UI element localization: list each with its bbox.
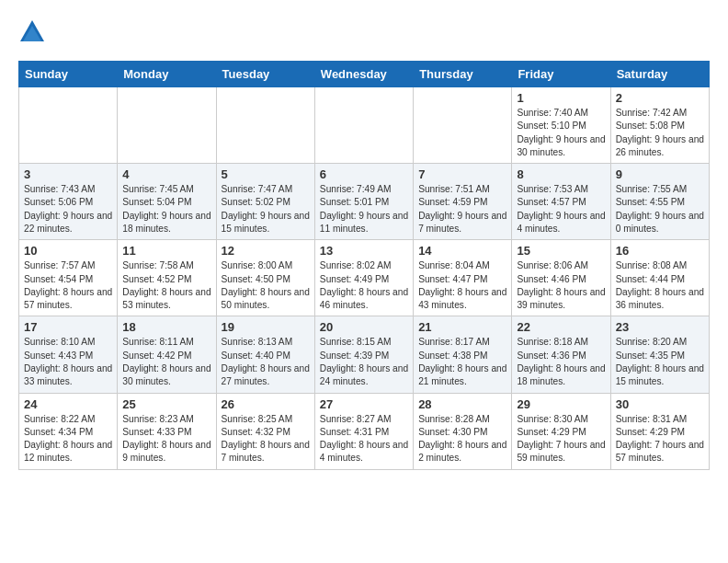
calendar-cell: 17Sunrise: 8:10 AM Sunset: 4:43 PM Dayli…: [19, 316, 118, 393]
day-number: 19: [222, 320, 310, 334]
calendar-cell: 2Sunrise: 7:42 AM Sunset: 5:08 PM Daylig…: [610, 87, 709, 164]
calendar-cell: 7Sunrise: 7:51 AM Sunset: 4:59 PM Daylig…: [414, 164, 512, 240]
day-number: 23: [616, 320, 704, 334]
day-number: 12: [222, 244, 310, 258]
day-info: Sunrise: 8:27 AM Sunset: 4:31 PM Dayligh…: [320, 413, 408, 465]
calendar-cell: 23Sunrise: 8:20 AM Sunset: 4:35 PM Dayli…: [610, 316, 709, 393]
day-info: Sunrise: 7:40 AM Sunset: 5:10 PM Dayligh…: [517, 107, 605, 159]
week-row-5: 24Sunrise: 8:22 AM Sunset: 4:34 PM Dayli…: [19, 393, 710, 469]
day-number: 8: [517, 167, 605, 181]
day-number: 16: [616, 244, 704, 258]
day-info: Sunrise: 8:04 AM Sunset: 4:47 PM Dayligh…: [418, 259, 506, 312]
calendar-cell: [216, 87, 314, 164]
calendar-cell: 6Sunrise: 7:49 AM Sunset: 5:01 PM Daylig…: [314, 164, 413, 240]
calendar-cell: 22Sunrise: 8:18 AM Sunset: 4:36 PM Dayli…: [512, 316, 610, 393]
calendar-cell: 1Sunrise: 7:40 AM Sunset: 5:10 PM Daylig…: [512, 87, 610, 164]
calendar-cell: 12Sunrise: 8:00 AM Sunset: 4:50 PM Dayli…: [216, 240, 314, 316]
calendar-cell: 29Sunrise: 8:30 AM Sunset: 4:29 PM Dayli…: [512, 393, 610, 469]
day-info: Sunrise: 8:23 AM Sunset: 4:33 PM Dayligh…: [122, 413, 210, 465]
calendar-cell: 26Sunrise: 8:25 AM Sunset: 4:32 PM Dayli…: [216, 393, 314, 469]
day-info: Sunrise: 7:55 AM Sunset: 4:55 PM Dayligh…: [616, 183, 704, 236]
day-number: 14: [418, 244, 506, 258]
day-info: Sunrise: 8:10 AM Sunset: 4:43 PM Dayligh…: [24, 336, 112, 388]
day-number: 21: [418, 320, 506, 334]
day-info: Sunrise: 8:13 AM Sunset: 4:40 PM Dayligh…: [222, 336, 310, 388]
day-info: Sunrise: 8:00 AM Sunset: 4:50 PM Dayligh…: [222, 259, 310, 312]
day-info: Sunrise: 8:06 AM Sunset: 4:46 PM Dayligh…: [517, 259, 605, 312]
page-header: [18, 18, 710, 46]
day-number: 10: [24, 244, 112, 258]
day-number: 2: [616, 91, 704, 105]
calendar-cell: 3Sunrise: 7:43 AM Sunset: 5:06 PM Daylig…: [19, 164, 118, 240]
calendar-cell: 4Sunrise: 7:45 AM Sunset: 5:04 PM Daylig…: [118, 164, 216, 240]
calendar-cell: 16Sunrise: 8:08 AM Sunset: 4:44 PM Dayli…: [610, 240, 709, 316]
day-number: 26: [222, 397, 310, 411]
calendar-cell: 19Sunrise: 8:13 AM Sunset: 4:40 PM Dayli…: [216, 316, 314, 393]
week-row-3: 10Sunrise: 7:57 AM Sunset: 4:54 PM Dayli…: [19, 240, 710, 316]
calendar-cell: [118, 87, 216, 164]
calendar-cell: 5Sunrise: 7:47 AM Sunset: 5:02 PM Daylig…: [216, 164, 314, 240]
day-info: Sunrise: 7:53 AM Sunset: 4:57 PM Dayligh…: [517, 183, 605, 236]
day-info: Sunrise: 7:43 AM Sunset: 5:06 PM Dayligh…: [24, 183, 112, 236]
calendar-cell: 14Sunrise: 8:04 AM Sunset: 4:47 PM Dayli…: [414, 240, 512, 316]
calendar-cell: 13Sunrise: 8:02 AM Sunset: 4:49 PM Dayli…: [314, 240, 413, 316]
day-number: 27: [320, 397, 408, 411]
day-info: Sunrise: 8:22 AM Sunset: 4:34 PM Dayligh…: [24, 413, 112, 465]
day-info: Sunrise: 7:45 AM Sunset: 5:04 PM Dayligh…: [122, 183, 210, 236]
day-info: Sunrise: 8:31 AM Sunset: 4:29 PM Dayligh…: [616, 413, 704, 465]
day-info: Sunrise: 8:08 AM Sunset: 4:44 PM Dayligh…: [616, 259, 704, 312]
calendar-cell: 18Sunrise: 8:11 AM Sunset: 4:42 PM Dayli…: [118, 316, 216, 393]
day-number: 6: [320, 167, 408, 181]
calendar-cell: 11Sunrise: 7:58 AM Sunset: 4:52 PM Dayli…: [118, 240, 216, 316]
day-number: 13: [320, 244, 408, 258]
day-number: 18: [122, 320, 210, 334]
day-header-monday: Monday: [118, 62, 216, 87]
calendar-cell: 15Sunrise: 8:06 AM Sunset: 4:46 PM Dayli…: [512, 240, 610, 316]
day-header-friday: Friday: [512, 62, 610, 87]
week-row-4: 17Sunrise: 8:10 AM Sunset: 4:43 PM Dayli…: [19, 316, 710, 393]
day-number: 3: [24, 167, 112, 181]
day-info: Sunrise: 8:17 AM Sunset: 4:38 PM Dayligh…: [418, 336, 506, 388]
day-number: 28: [418, 397, 506, 411]
calendar-cell: 28Sunrise: 8:28 AM Sunset: 4:30 PM Dayli…: [414, 393, 512, 469]
calendar-cell: 30Sunrise: 8:31 AM Sunset: 4:29 PM Dayli…: [610, 393, 709, 469]
calendar-cell: 25Sunrise: 8:23 AM Sunset: 4:33 PM Dayli…: [118, 393, 216, 469]
day-number: 20: [320, 320, 408, 334]
day-number: 11: [122, 244, 210, 258]
day-info: Sunrise: 8:28 AM Sunset: 4:30 PM Dayligh…: [418, 413, 506, 465]
day-number: 24: [24, 397, 112, 411]
day-number: 4: [122, 167, 210, 181]
day-header-thursday: Thursday: [414, 62, 512, 87]
day-info: Sunrise: 7:57 AM Sunset: 4:54 PM Dayligh…: [24, 259, 112, 312]
calendar-cell: 21Sunrise: 8:17 AM Sunset: 4:38 PM Dayli…: [414, 316, 512, 393]
calendar-cell: 10Sunrise: 7:57 AM Sunset: 4:54 PM Dayli…: [19, 240, 118, 316]
day-header-wednesday: Wednesday: [314, 62, 413, 87]
day-info: Sunrise: 7:58 AM Sunset: 4:52 PM Dayligh…: [122, 259, 210, 312]
day-number: 30: [616, 397, 704, 411]
day-info: Sunrise: 8:11 AM Sunset: 4:42 PM Dayligh…: [122, 336, 210, 388]
day-number: 9: [616, 167, 704, 181]
day-info: Sunrise: 8:02 AM Sunset: 4:49 PM Dayligh…: [320, 259, 408, 312]
calendar-cell: 9Sunrise: 7:55 AM Sunset: 4:55 PM Daylig…: [610, 164, 709, 240]
day-info: Sunrise: 7:42 AM Sunset: 5:08 PM Dayligh…: [616, 107, 704, 159]
week-row-1: 1Sunrise: 7:40 AM Sunset: 5:10 PM Daylig…: [19, 87, 710, 164]
day-info: Sunrise: 8:18 AM Sunset: 4:36 PM Dayligh…: [517, 336, 605, 388]
day-info: Sunrise: 8:25 AM Sunset: 4:32 PM Dayligh…: [222, 413, 310, 465]
day-number: 29: [517, 397, 605, 411]
day-header-sunday: Sunday: [19, 62, 118, 87]
calendar-cell: [414, 87, 512, 164]
calendar-cell: 8Sunrise: 7:53 AM Sunset: 4:57 PM Daylig…: [512, 164, 610, 240]
calendar-cell: [19, 87, 118, 164]
calendar-cell: 24Sunrise: 8:22 AM Sunset: 4:34 PM Dayli…: [19, 393, 118, 469]
day-info: Sunrise: 8:30 AM Sunset: 4:29 PM Dayligh…: [517, 413, 605, 465]
day-number: 5: [222, 167, 310, 181]
day-info: Sunrise: 7:51 AM Sunset: 4:59 PM Dayligh…: [418, 183, 506, 236]
day-info: Sunrise: 7:49 AM Sunset: 5:01 PM Dayligh…: [320, 183, 408, 236]
day-number: 1: [517, 91, 605, 105]
day-number: 22: [517, 320, 605, 334]
logo-icon: [18, 18, 46, 46]
day-info: Sunrise: 7:47 AM Sunset: 5:02 PM Dayligh…: [222, 183, 310, 236]
calendar-body: 1Sunrise: 7:40 AM Sunset: 5:10 PM Daylig…: [19, 87, 710, 470]
calendar-header-row: SundayMondayTuesdayWednesdayThursdayFrid…: [19, 62, 710, 87]
day-number: 25: [122, 397, 210, 411]
